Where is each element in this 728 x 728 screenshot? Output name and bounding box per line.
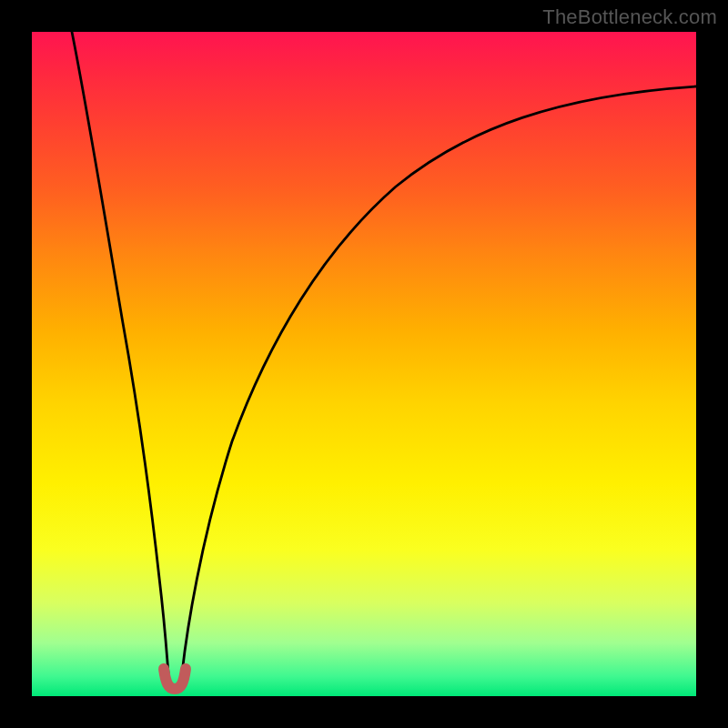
minimum-marker (164, 669, 186, 689)
chart-frame: TheBottleneck.com (0, 0, 728, 728)
watermark-text: TheBottleneck.com (542, 5, 717, 29)
gradient-plot-area (32, 32, 696, 696)
curve-left-branch (72, 32, 168, 673)
curve-layer (32, 32, 696, 696)
curve-right-branch (182, 86, 696, 673)
